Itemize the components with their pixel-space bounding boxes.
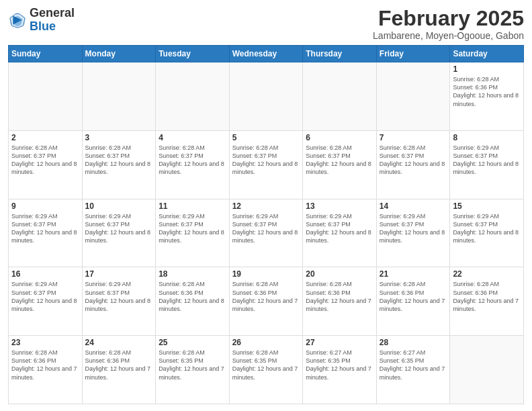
table-row: 11Sunrise: 6:29 AM Sunset: 6:37 PM Dayli… xyxy=(156,199,230,267)
day-info: Sunrise: 6:29 AM Sunset: 6:37 PM Dayligh… xyxy=(453,144,521,177)
day-number: 25 xyxy=(159,338,226,347)
day-number: 10 xyxy=(85,201,153,211)
table-row: 5Sunrise: 6:28 AM Sunset: 6:37 PM Daylig… xyxy=(229,130,303,199)
day-info: Sunrise: 6:29 AM Sunset: 6:37 PM Dayligh… xyxy=(11,280,79,313)
table-row: 21Sunrise: 6:28 AM Sunset: 6:36 PM Dayli… xyxy=(376,267,450,336)
table-row xyxy=(229,62,303,131)
day-info: Sunrise: 6:28 AM Sunset: 6:37 PM Dayligh… xyxy=(306,144,373,177)
day-number: 15 xyxy=(453,201,521,211)
day-info: Sunrise: 6:28 AM Sunset: 6:36 PM Dayligh… xyxy=(232,280,300,313)
header: General Blue February 2025 Lambarene, Mo… xyxy=(8,7,524,41)
day-info: Sunrise: 6:28 AM Sunset: 6:36 PM Dayligh… xyxy=(380,280,447,313)
table-row: 6Sunrise: 6:28 AM Sunset: 6:37 PM Daylig… xyxy=(303,130,377,199)
table-row: 16Sunrise: 6:29 AM Sunset: 6:37 PM Dayli… xyxy=(9,267,83,336)
table-row xyxy=(376,62,450,131)
day-number: 17 xyxy=(85,269,153,279)
day-number: 14 xyxy=(380,201,447,211)
day-info: Sunrise: 6:28 AM Sunset: 6:36 PM Dayligh… xyxy=(159,280,226,313)
day-info: Sunrise: 6:28 AM Sunset: 6:37 PM Dayligh… xyxy=(232,144,300,177)
day-number: 1 xyxy=(453,64,521,74)
day-number: 11 xyxy=(159,201,226,211)
logo-general-text: General xyxy=(30,7,75,20)
table-row: 8Sunrise: 6:29 AM Sunset: 6:37 PM Daylig… xyxy=(450,130,524,199)
day-info: Sunrise: 6:29 AM Sunset: 6:37 PM Dayligh… xyxy=(306,212,373,245)
day-info: Sunrise: 6:28 AM Sunset: 6:37 PM Dayligh… xyxy=(11,144,79,177)
header-friday: Friday xyxy=(376,46,450,62)
location: Lambarene, Moyen-Ogooue, Gabon xyxy=(373,30,524,41)
day-info: Sunrise: 6:28 AM Sunset: 6:36 PM Dayligh… xyxy=(453,280,521,313)
table-row: 1Sunrise: 6:28 AM Sunset: 6:36 PM Daylig… xyxy=(450,62,524,131)
table-row: 4Sunrise: 6:28 AM Sunset: 6:37 PM Daylig… xyxy=(156,130,230,199)
day-number: 20 xyxy=(306,269,373,279)
logo-text: General Blue xyxy=(30,7,75,34)
day-info: Sunrise: 6:28 AM Sunset: 6:35 PM Dayligh… xyxy=(232,349,300,381)
header-tuesday: Tuesday xyxy=(156,46,230,62)
table-row xyxy=(82,62,156,131)
calendar-week-row: 1Sunrise: 6:28 AM Sunset: 6:36 PM Daylig… xyxy=(9,62,524,131)
table-row: 23Sunrise: 6:28 AM Sunset: 6:36 PM Dayli… xyxy=(9,336,83,404)
header-wednesday: Wednesday xyxy=(229,46,303,62)
month-title: February 2025 xyxy=(373,7,524,30)
table-row: 27Sunrise: 6:27 AM Sunset: 6:35 PM Dayli… xyxy=(303,336,377,404)
day-number: 24 xyxy=(85,338,153,347)
table-row: 22Sunrise: 6:28 AM Sunset: 6:36 PM Dayli… xyxy=(450,267,524,336)
calendar-week-row: 23Sunrise: 6:28 AM Sunset: 6:36 PM Dayli… xyxy=(9,336,524,404)
day-number: 19 xyxy=(232,269,300,279)
table-row: 12Sunrise: 6:29 AM Sunset: 6:37 PM Dayli… xyxy=(229,199,303,267)
table-row: 25Sunrise: 6:28 AM Sunset: 6:35 PM Dayli… xyxy=(156,336,230,404)
table-row: 24Sunrise: 6:28 AM Sunset: 6:36 PM Dayli… xyxy=(82,336,156,404)
table-row xyxy=(156,62,230,131)
title-block: February 2025 Lambarene, Moyen-Ogooue, G… xyxy=(373,7,524,41)
day-info: Sunrise: 6:27 AM Sunset: 6:35 PM Dayligh… xyxy=(380,349,447,381)
day-info: Sunrise: 6:29 AM Sunset: 6:37 PM Dayligh… xyxy=(159,212,226,245)
day-number: 16 xyxy=(11,269,79,279)
day-number: 28 xyxy=(380,338,447,347)
table-row xyxy=(303,62,377,131)
table-row: 13Sunrise: 6:29 AM Sunset: 6:37 PM Dayli… xyxy=(303,199,377,267)
table-row: 28Sunrise: 6:27 AM Sunset: 6:35 PM Dayli… xyxy=(376,336,450,404)
table-row: 9Sunrise: 6:29 AM Sunset: 6:37 PM Daylig… xyxy=(9,199,83,267)
day-info: Sunrise: 6:28 AM Sunset: 6:36 PM Dayligh… xyxy=(85,349,153,381)
day-number: 7 xyxy=(380,133,447,142)
table-row xyxy=(450,336,524,404)
day-info: Sunrise: 6:28 AM Sunset: 6:35 PM Dayligh… xyxy=(159,349,226,381)
table-row xyxy=(9,62,83,131)
day-number: 9 xyxy=(11,201,79,211)
day-number: 27 xyxy=(306,338,373,347)
calendar-week-row: 2Sunrise: 6:28 AM Sunset: 6:37 PM Daylig… xyxy=(9,130,524,199)
page: General Blue February 2025 Lambarene, Mo… xyxy=(0,0,532,411)
day-info: Sunrise: 6:29 AM Sunset: 6:37 PM Dayligh… xyxy=(11,212,79,245)
weekday-header-row: Sunday Monday Tuesday Wednesday Thursday… xyxy=(9,46,524,62)
day-number: 13 xyxy=(306,201,373,211)
calendar-table: Sunday Monday Tuesday Wednesday Thursday… xyxy=(8,45,524,404)
day-number: 4 xyxy=(159,133,226,142)
day-number: 12 xyxy=(232,201,300,211)
day-number: 8 xyxy=(453,133,521,142)
logo-icon xyxy=(8,11,27,30)
header-monday: Monday xyxy=(82,46,156,62)
table-row: 19Sunrise: 6:28 AM Sunset: 6:36 PM Dayli… xyxy=(229,267,303,336)
table-row: 17Sunrise: 6:29 AM Sunset: 6:37 PM Dayli… xyxy=(82,267,156,336)
day-info: Sunrise: 6:28 AM Sunset: 6:36 PM Dayligh… xyxy=(453,75,521,108)
day-number: 3 xyxy=(85,133,153,142)
table-row: 26Sunrise: 6:28 AM Sunset: 6:35 PM Dayli… xyxy=(229,336,303,404)
logo-blue-text: Blue xyxy=(30,20,75,34)
table-row: 3Sunrise: 6:28 AM Sunset: 6:37 PM Daylig… xyxy=(82,130,156,199)
day-info: Sunrise: 6:28 AM Sunset: 6:37 PM Dayligh… xyxy=(159,144,226,177)
day-number: 26 xyxy=(232,338,300,347)
day-number: 2 xyxy=(11,133,79,142)
day-info: Sunrise: 6:29 AM Sunset: 6:37 PM Dayligh… xyxy=(232,212,300,245)
day-number: 18 xyxy=(159,269,226,279)
day-number: 21 xyxy=(380,269,447,279)
day-number: 23 xyxy=(11,338,79,347)
calendar-week-row: 16Sunrise: 6:29 AM Sunset: 6:37 PM Dayli… xyxy=(9,267,524,336)
day-info: Sunrise: 6:28 AM Sunset: 6:37 PM Dayligh… xyxy=(380,144,447,177)
header-saturday: Saturday xyxy=(450,46,524,62)
day-number: 6 xyxy=(306,133,373,142)
table-row: 18Sunrise: 6:28 AM Sunset: 6:36 PM Dayli… xyxy=(156,267,230,336)
table-row: 15Sunrise: 6:29 AM Sunset: 6:37 PM Dayli… xyxy=(450,199,524,267)
day-info: Sunrise: 6:29 AM Sunset: 6:37 PM Dayligh… xyxy=(380,212,447,245)
day-number: 5 xyxy=(232,133,300,142)
table-row: 14Sunrise: 6:29 AM Sunset: 6:37 PM Dayli… xyxy=(376,199,450,267)
logo: General Blue xyxy=(8,7,75,34)
